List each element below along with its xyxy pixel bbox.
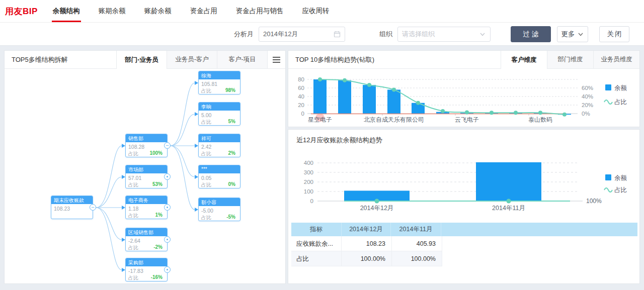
legend-balance-label[interactable]: 余额 bbox=[614, 84, 627, 91]
ratio-dot-7[interactable] bbox=[465, 110, 469, 114]
more-button[interactable]: 更多 bbox=[557, 26, 588, 42]
ratio-dot-10[interactable] bbox=[538, 111, 542, 115]
filter-bar: 分析月 2014年12月 组织 请选择组织 过滤 更多 关闭 bbox=[0, 23, 644, 46]
nav-tab-5[interactable]: 资金占用与销售 bbox=[235, 0, 285, 22]
ratio-dot-11[interactable] bbox=[562, 113, 567, 117]
ratio-dot-2[interactable] bbox=[507, 199, 511, 204]
node-ratio: 占比5% bbox=[199, 118, 240, 126]
node-title: 徐海 bbox=[199, 71, 240, 79]
tree-node-person-3[interactable]: 祥可2.42占比2% bbox=[198, 134, 240, 157]
tree-node-dept-3[interactable]: 电子商务1.18占比1% bbox=[125, 196, 168, 219]
left-tab-1[interactable]: 部门-业务员 bbox=[116, 51, 167, 69]
tree-node-dept-5[interactable]: 采购部-17.83占比-16% bbox=[125, 258, 168, 281]
legend-ratio-label[interactable]: 占比 bbox=[614, 186, 627, 194]
tree-node-dept-1[interactable]: 销售部108.28占比100% bbox=[125, 134, 168, 157]
dept-expand-button-5[interactable] bbox=[164, 266, 171, 273]
ratio-dot-1[interactable] bbox=[318, 77, 322, 81]
node-value: 5.00 bbox=[199, 111, 240, 118]
balance-bar-1[interactable] bbox=[313, 79, 327, 114]
plus-dot bbox=[167, 207, 168, 208]
nav-tab-3[interactable]: 账龄余额 bbox=[143, 0, 173, 22]
svg-text:0: 0 bbox=[310, 198, 313, 204]
dimension-tab-1[interactable]: 客户维度 bbox=[501, 51, 547, 69]
dimension-tab-3[interactable]: 业务员维度 bbox=[593, 51, 639, 68]
ratio-dot-1[interactable] bbox=[375, 199, 379, 204]
filter-button[interactable]: 过滤 bbox=[511, 26, 551, 42]
balance-bar-4[interactable] bbox=[387, 89, 400, 114]
node-title: 采购部 bbox=[126, 258, 167, 266]
ratio-dot-5[interactable] bbox=[416, 101, 420, 105]
balance-bar-3[interactable] bbox=[363, 85, 376, 114]
ratio-dot-4[interactable] bbox=[392, 87, 396, 91]
table-row-1[interactable]: 应收账款余...108.23405.93 bbox=[291, 236, 442, 251]
nav-tab-4[interactable]: 资金占用 bbox=[189, 0, 218, 22]
legend-ratio-label[interactable]: 占比 bbox=[614, 99, 627, 106]
brand-logo: 用友BIP bbox=[5, 6, 38, 17]
table-header-2: 2014年12月 bbox=[342, 223, 391, 236]
table-header-row: 指标2014年12月2014年11月 bbox=[291, 223, 637, 236]
ratio-dot-2[interactable] bbox=[343, 78, 347, 82]
nav-tab-6[interactable]: 应收周转 bbox=[301, 0, 330, 22]
table-header-1: 指标 bbox=[291, 223, 342, 236]
svg-text:0: 0 bbox=[301, 111, 304, 117]
month-input[interactable]: 2014年12月 bbox=[259, 27, 345, 42]
ratio-value: 2% bbox=[228, 150, 235, 157]
legend-balance-swatch[interactable] bbox=[605, 174, 611, 180]
top10-trend-chart[interactable]: 0204060800%20%40%60%星空电子北京自成天乐有限公司云飞电子泰山… bbox=[288, 69, 640, 127]
node-value: -17.83 bbox=[126, 266, 167, 274]
month-balance-bar-2[interactable] bbox=[476, 162, 541, 201]
dimension-tabs: 客户维度部门维度业务员维度 bbox=[501, 51, 639, 68]
menu-icon[interactable] bbox=[267, 51, 285, 68]
ratio-label: 占比 bbox=[201, 150, 211, 157]
summary-table: 指标2014年12月2014年11月应收账款余...108.23405.93占比… bbox=[291, 223, 637, 266]
x-label: 星空电子 bbox=[308, 116, 332, 123]
ratio-dot-6[interactable] bbox=[441, 109, 445, 113]
dept-expand-button-3[interactable] bbox=[164, 204, 171, 211]
balance-bar-2[interactable] bbox=[338, 80, 351, 114]
dimension-tab-2[interactable]: 部门维度 bbox=[547, 51, 593, 68]
node-title: 电子商务 bbox=[126, 196, 167, 204]
table-cell: 405.93 bbox=[392, 236, 442, 251]
legend-ratio-swatch[interactable] bbox=[604, 100, 612, 104]
ratio-label: 占比 bbox=[201, 87, 211, 94]
table-cell: 108.23 bbox=[342, 236, 392, 251]
top-nav: 用友BIP 余额结构账期余额账龄余额资金占用资金占用与销售应收周转 bbox=[0, 0, 644, 23]
recent-12m-chart[interactable]: 0100200300400100%2014年12月2014年11月余额占比 bbox=[288, 150, 640, 223]
node-ratio: 占比100% bbox=[126, 150, 167, 157]
close-button[interactable]: 关闭 bbox=[599, 26, 629, 42]
svg-text:400: 400 bbox=[304, 160, 313, 166]
nav-tab-2[interactable]: 账期余额 bbox=[98, 0, 127, 22]
node-value: 108.28 bbox=[126, 142, 167, 150]
chevron-down-icon bbox=[577, 31, 584, 38]
node-value: 2.42 bbox=[199, 142, 240, 150]
table-row-2[interactable]: 占比100.00%100.00% bbox=[291, 251, 442, 266]
legend-balance-swatch[interactable] bbox=[605, 84, 611, 90]
ratio-value: -2% bbox=[153, 244, 163, 251]
top10-panel-header: TOP 10多维结构趋势(钻取) 客户维度部门维度业务员维度 bbox=[288, 51, 639, 69]
node-value: 0.05 bbox=[199, 173, 240, 181]
left-tab-3[interactable]: 客户-项目 bbox=[217, 51, 267, 68]
left-tab-2[interactable]: 业务员-客户 bbox=[167, 51, 217, 68]
nav-tab-1[interactable]: 余额结构 bbox=[52, 0, 81, 22]
dept-collapse-button-1[interactable]: − bbox=[164, 142, 171, 149]
ratio-dot-8[interactable] bbox=[490, 111, 494, 115]
dept-expand-button-4[interactable] bbox=[164, 236, 171, 243]
ratio-dot-9[interactable] bbox=[514, 111, 518, 115]
legend-ratio-swatch[interactable] bbox=[604, 188, 612, 192]
legend-balance-label[interactable]: 余额 bbox=[614, 174, 627, 181]
tree-node-dept-2[interactable]: 市场部57.01占比53% bbox=[125, 165, 168, 188]
org-select[interactable]: 请选择组织 bbox=[397, 27, 491, 42]
tree-node-person-2[interactable]: 李晌5.00占比5% bbox=[198, 102, 240, 126]
tree-node-root[interactable]: 期末应收账款108.23 bbox=[51, 196, 93, 219]
tree-node-dept-4[interactable]: 区域销售部-2.64占比-2% bbox=[125, 228, 168, 251]
recent-12m-panel: 近12月应收账款余额结构趋势 0100200300400100%2014年12月… bbox=[288, 129, 640, 284]
nav-tabs: 余额结构账期余额账龄余额资金占用资金占用与销售应收周转 bbox=[52, 0, 347, 22]
node-title: 靳小容 bbox=[199, 198, 240, 206]
ratio-dot-3[interactable] bbox=[367, 83, 371, 87]
tree-node-person-4[interactable]: ***0.05占比0% bbox=[198, 165, 240, 188]
dept-expand-button-2[interactable] bbox=[164, 173, 171, 180]
tree-node-person-5[interactable]: 靳小容-5.00占比-5% bbox=[198, 198, 240, 221]
root-collapse-button[interactable]: − bbox=[90, 204, 96, 211]
tree-node-person-1[interactable]: 徐海105.81占比98% bbox=[198, 71, 240, 94]
svg-text:60: 60 bbox=[298, 85, 304, 91]
